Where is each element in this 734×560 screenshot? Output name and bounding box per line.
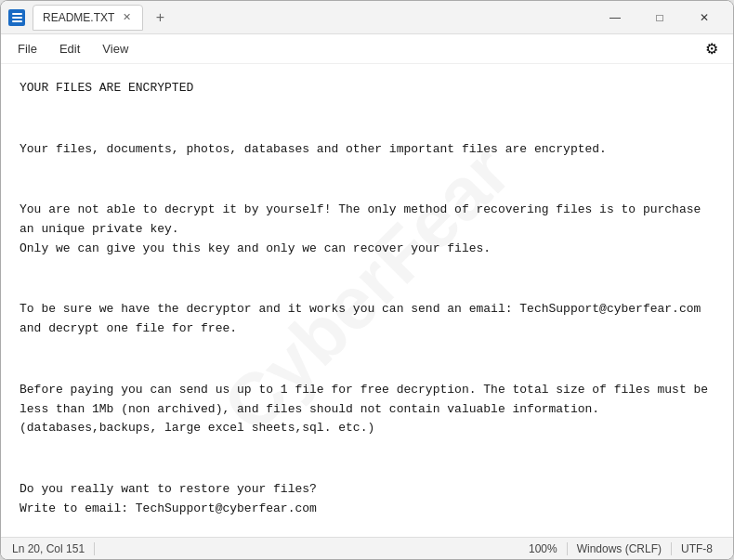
title-bar-tabs: README.TXT ✕ + <box>33 5 594 31</box>
line-blank-2 <box>20 170 714 189</box>
app-icon <box>8 9 25 26</box>
app-icon-lines <box>12 13 22 22</box>
menu-bar: File Edit View ⚙ <box>1 34 733 64</box>
document-text: YOUR FILES ARE ENCRYPTED Your files, doc… <box>20 79 714 537</box>
line-blank-1 <box>20 110 714 129</box>
line-5: Before paying you can send us up to 1 fi… <box>20 381 714 438</box>
tab-label: README.TXT <box>43 11 114 24</box>
menu-items: File Edit View <box>8 38 138 59</box>
menu-view[interactable]: View <box>93 38 138 59</box>
menu-file[interactable]: File <box>8 38 46 59</box>
text-content-area[interactable]: CyberFear YOUR FILES ARE ENCRYPTED Your … <box>1 64 733 537</box>
line-blank-4 <box>20 350 714 370</box>
menu-edit[interactable]: Edit <box>50 38 89 59</box>
line-ending: Windows (CRLF) <box>568 542 672 555</box>
line-blank-5 <box>20 449 714 469</box>
status-bar: Ln 20, Col 151 100% Windows (CRLF) UTF-8 <box>1 537 733 559</box>
active-tab[interactable]: README.TXT ✕ <box>33 5 143 31</box>
line-blank-3 <box>20 270 714 290</box>
minimize-button[interactable]: — <box>594 3 636 33</box>
title-bar-controls: — □ ✕ <box>594 3 726 33</box>
line-1: YOUR FILES ARE ENCRYPTED <box>20 79 714 98</box>
maximize-button[interactable]: □ <box>638 3 681 33</box>
cursor-position: Ln 20, Col 151 <box>12 542 95 555</box>
line-4: To be sure we have the decryptor and it … <box>20 300 714 339</box>
new-tab-button[interactable]: + <box>147 5 173 31</box>
encoding: UTF-8 <box>672 542 722 555</box>
title-bar-left: README.TXT ✕ + <box>8 5 594 31</box>
line-blank-6 <box>20 530 714 537</box>
title-bar: README.TXT ✕ + — □ ✕ <box>1 1 733 34</box>
line-6: Do you really want to restore your files… <box>20 480 714 519</box>
zoom-level: 100% <box>519 542 568 555</box>
tab-close-button[interactable]: ✕ <box>120 11 133 24</box>
close-button[interactable]: ✕ <box>683 3 726 33</box>
notepad-window: README.TXT ✕ + — □ ✕ File Edit View ⚙ Cy… <box>0 0 734 560</box>
settings-icon[interactable]: ⚙ <box>698 35 726 63</box>
line-3: You are not able to decrypt it by yourse… <box>20 201 714 258</box>
line-2: Your files, documents, photos, databases… <box>20 140 714 160</box>
